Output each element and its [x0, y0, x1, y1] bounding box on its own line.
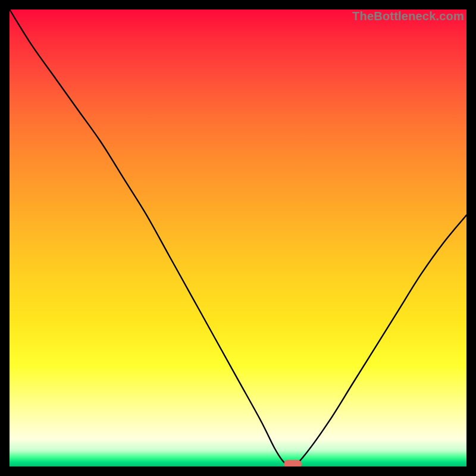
optimum-marker	[284, 460, 302, 466]
chart-frame: TheBottleneck.com	[0, 0, 476, 476]
attribution-watermark: TheBottleneck.com	[352, 10, 464, 23]
plot-area: TheBottleneck.com	[10, 10, 466, 466]
bottleneck-curve	[10, 10, 466, 466]
